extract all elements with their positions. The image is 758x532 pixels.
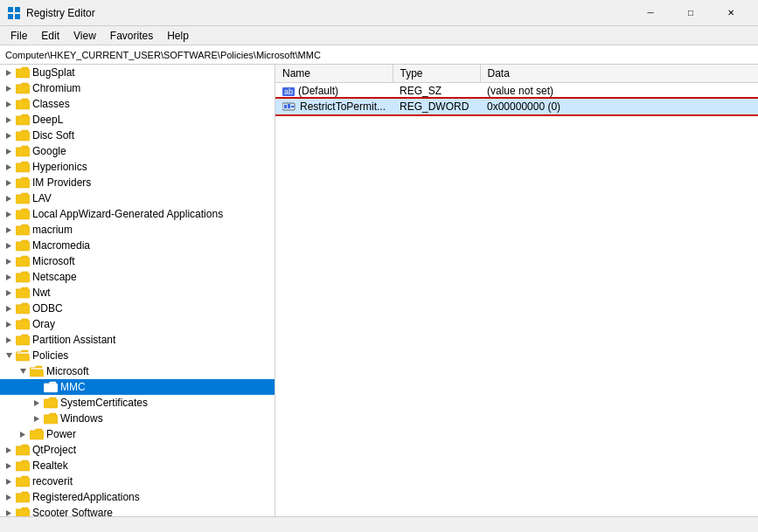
- tree-node-policies[interactable]: Policies: [0, 348, 275, 363]
- folder-icon-deepl: [16, 114, 30, 126]
- table-row-restricttopermit[interactable]: RestrictToPermit...REG_DWORD0x00000000 (…: [275, 99, 758, 114]
- expander-improviders[interactable]: [2, 176, 16, 190]
- tree-node-realtek[interactable]: Realtek: [0, 458, 275, 473]
- tree-node-localapp[interactable]: Local AppWizard-Generated Applications: [0, 206, 275, 222]
- tree-node-microsoft[interactable]: Microsoft: [0, 253, 275, 269]
- address-bar: Computer\HKEY_CURRENT_USER\SOFTWARE\Poli…: [0, 45, 758, 65]
- svg-marker-20: [6, 196, 11, 202]
- expander-google[interactable]: [2, 144, 16, 158]
- folder-icon-classes: [16, 98, 30, 110]
- tree-node-qtproject[interactable]: QtProject: [0, 442, 275, 458]
- expander-localapp[interactable]: [2, 207, 16, 221]
- expander-netscape[interactable]: [2, 270, 16, 284]
- tree-node-policies-microsoft-mmc[interactable]: MMC: [0, 379, 275, 395]
- tree-node-odbc[interactable]: ODBC: [0, 301, 275, 316]
- expander-registeredapps[interactable]: [2, 490, 16, 504]
- svg-rect-37: [16, 321, 30, 329]
- svg-rect-27: [16, 242, 30, 251]
- expander-recoverit[interactable]: [2, 474, 16, 488]
- tree-node-registeredapps[interactable]: RegisteredApplications: [0, 489, 275, 505]
- svg-marker-8: [6, 101, 11, 107]
- expander-hyperionics[interactable]: [2, 160, 16, 174]
- menu-item-favorites[interactable]: Favorites: [103, 28, 160, 44]
- expander-lav[interactable]: [2, 191, 16, 205]
- close-button[interactable]: ✕: [711, 0, 751, 26]
- col-data[interactable]: Data: [480, 65, 758, 83]
- node-label-power: Power: [46, 428, 76, 440]
- svg-rect-9: [16, 100, 30, 109]
- svg-rect-44: [44, 399, 58, 408]
- expander-policies-microsoft[interactable]: [16, 364, 30, 378]
- expander-macrium[interactable]: [2, 223, 16, 237]
- folder-icon-power: [30, 428, 44, 440]
- tree-node-power[interactable]: Power: [0, 426, 275, 442]
- expander-chromium[interactable]: [2, 81, 16, 95]
- tree-node-hyperionics[interactable]: Hyperionics: [0, 159, 275, 175]
- expander-microsoft[interactable]: [2, 254, 16, 268]
- tree-node-improviders[interactable]: IM Providers: [0, 175, 275, 190]
- expander-scootersoftware[interactable]: [2, 506, 16, 516]
- expander-policies-microsoft-windows[interactable]: [30, 411, 44, 425]
- tree-node-policies-microsoft[interactable]: Microsoft: [0, 363, 275, 379]
- svg-rect-50: [16, 446, 30, 455]
- tree-node-chromium[interactable]: Chromium: [0, 80, 275, 96]
- svg-marker-12: [6, 133, 11, 139]
- tree-node-netscape[interactable]: Netscape: [0, 269, 275, 285]
- tree-node-discsoft[interactable]: Disc Soft: [0, 128, 275, 143]
- maximize-button[interactable]: □: [671, 0, 711, 26]
- tree-node-macromedia[interactable]: Macromedia: [0, 238, 275, 253]
- tree-node-classes[interactable]: Classes: [0, 96, 275, 112]
- folder-icon-qtproject: [16, 444, 30, 456]
- menu-item-help[interactable]: Help: [160, 28, 196, 44]
- node-label-policies: Policies: [32, 349, 68, 362]
- svg-rect-25: [16, 226, 30, 235]
- menu-item-file[interactable]: File: [3, 28, 34, 44]
- expander-policies-microsoft-mmc[interactable]: [30, 380, 44, 394]
- tree-node-deepl[interactable]: DeepL: [0, 112, 275, 128]
- svg-rect-48: [30, 431, 44, 439]
- expander-classes[interactable]: [2, 97, 16, 111]
- svg-marker-41: [20, 369, 26, 374]
- tree-node-policies-microsoft-systemcerts[interactable]: SystemCertificates: [0, 395, 275, 411]
- tree-node-oray[interactable]: Oray: [0, 316, 275, 332]
- node-label-realtek: Realtek: [32, 459, 68, 472]
- expander-bugsplat[interactable]: [2, 66, 16, 79]
- tree-scroll[interactable]: BugSplat Chromium Classes DeepL Disc Sof…: [0, 65, 275, 516]
- tree-node-bugsplat[interactable]: BugSplat: [0, 65, 275, 80]
- menu-item-view[interactable]: View: [66, 28, 103, 44]
- cell-data-restricttopermit: 0x00000000 (0): [480, 99, 758, 114]
- col-name[interactable]: Name: [275, 65, 393, 83]
- svg-rect-62: [291, 106, 294, 107]
- expander-macromedia[interactable]: [2, 238, 16, 252]
- expander-policies-microsoft-systemcerts[interactable]: [30, 396, 44, 410]
- expander-oray[interactable]: [2, 317, 16, 331]
- node-label-registeredapps: RegisteredApplications: [32, 491, 140, 503]
- expander-partitionassistant[interactable]: [2, 333, 16, 347]
- tree-node-lav[interactable]: LAV: [0, 190, 275, 206]
- tree-node-nwt[interactable]: Nwt: [0, 285, 275, 301]
- tree-node-recoverit[interactable]: recoverit: [0, 473, 275, 489]
- expander-nwt[interactable]: [2, 286, 16, 300]
- tree-node-google[interactable]: Google: [0, 143, 275, 159]
- tree-node-macrium[interactable]: macrium: [0, 222, 275, 238]
- expander-policies[interactable]: [2, 349, 16, 363]
- node-label-classes: Classes: [32, 98, 70, 110]
- expander-qtproject[interactable]: [2, 443, 16, 457]
- tree-node-scootersoftware[interactable]: Scooter Software: [0, 505, 275, 516]
- expander-power[interactable]: [16, 427, 30, 441]
- folder-icon-odbc: [16, 302, 30, 314]
- col-type[interactable]: Type: [393, 65, 480, 83]
- minimize-button[interactable]: ─: [630, 0, 671, 26]
- tree-node-partitionassistant[interactable]: Partition Assistant: [0, 332, 275, 348]
- menu-item-edit[interactable]: Edit: [34, 28, 66, 44]
- table-row-default[interactable]: ab(Default)REG_SZ(value not set): [275, 83, 758, 99]
- expander-odbc[interactable]: [2, 301, 16, 315]
- node-label-policies-microsoft-systemcerts: SystemCertificates: [60, 397, 148, 409]
- node-label-lav: LAV: [32, 192, 52, 204]
- expander-discsoft[interactable]: [2, 128, 16, 142]
- tree-node-policies-microsoft-windows[interactable]: Windows: [0, 411, 275, 426]
- svg-marker-40: [6, 353, 12, 358]
- expander-realtek[interactable]: [2, 459, 16, 473]
- expander-deepl[interactable]: [2, 113, 16, 127]
- svg-rect-15: [16, 148, 30, 156]
